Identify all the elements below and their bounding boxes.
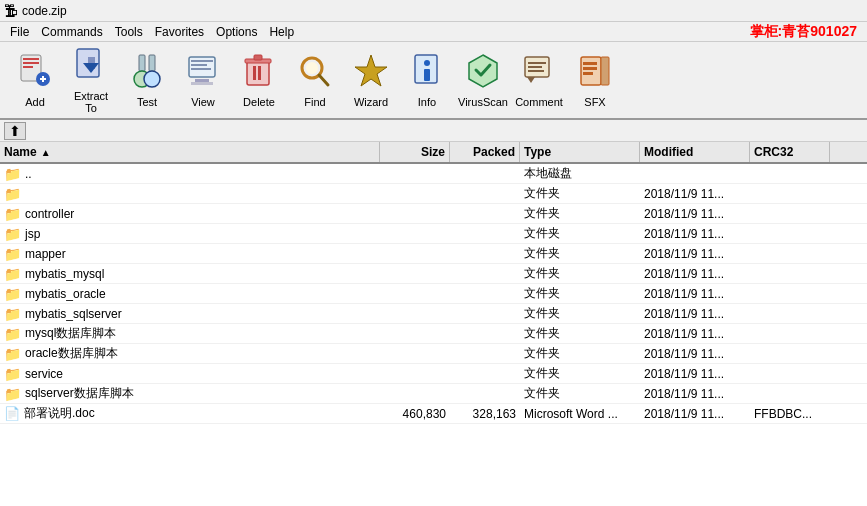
table-row[interactable]: 📄 部署说明.doc 460,830 328,163 Microsoft Wor… xyxy=(0,404,867,424)
wizard-button[interactable]: Wizard xyxy=(344,46,398,114)
delete-button[interactable]: Delete xyxy=(232,46,286,114)
svg-rect-42 xyxy=(583,72,593,75)
svg-rect-16 xyxy=(191,64,207,66)
view-button[interactable]: View xyxy=(176,46,230,114)
table-row[interactable]: 📁 mysql数据库脚本 文件夹 2018/11/9 11... xyxy=(0,324,867,344)
table-row[interactable]: 📁 sqlserver数据库脚本 文件夹 2018/11/9 11... xyxy=(0,384,867,404)
virusscan-icon xyxy=(467,53,499,94)
file-packed-cell xyxy=(450,264,520,283)
file-size-cell xyxy=(380,324,450,343)
table-row[interactable]: 📁 mybatis_oracle 文件夹 2018/11/9 11... xyxy=(0,284,867,304)
col-header-name[interactable]: Name ▲ xyxy=(0,142,380,162)
file-size-cell xyxy=(380,164,450,183)
table-row[interactable]: 📁 service 文件夹 2018/11/9 11... xyxy=(0,364,867,384)
svg-rect-17 xyxy=(191,68,211,70)
view-icon xyxy=(187,53,219,94)
test-button[interactable]: Test xyxy=(120,46,174,114)
menu-options[interactable]: Options xyxy=(210,24,263,40)
file-name: mapper xyxy=(25,247,66,261)
menu-file[interactable]: File xyxy=(4,24,35,40)
file-type-cell: 文件夹 xyxy=(520,264,640,283)
folder-icon: 📁 xyxy=(4,206,21,222)
folder-icon: 📁 xyxy=(4,266,21,282)
file-name-cell: 📁 mybatis_mysql xyxy=(0,264,380,283)
file-list[interactable]: Name ▲ Size Packed Type Modified CRC32 📁 xyxy=(0,142,867,506)
file-size-cell xyxy=(380,284,450,303)
menu-commands[interactable]: Commands xyxy=(35,24,108,40)
folder-icon: 📁 xyxy=(4,346,21,362)
file-size-cell xyxy=(380,304,450,323)
table-row[interactable]: 📁 mybatis_mysql 文件夹 2018/11/9 11... xyxy=(0,264,867,284)
file-name: 部署说明.doc xyxy=(24,405,95,422)
extract-label: Extract To xyxy=(67,90,115,114)
file-name: mysql数据库脚本 xyxy=(25,325,116,342)
table-row[interactable]: 📁 oracle数据库脚本 文件夹 2018/11/9 11... xyxy=(0,344,867,364)
file-name-cell: 📁 service xyxy=(0,364,380,383)
folder-icon: 📁 xyxy=(4,326,21,342)
file-crc-cell xyxy=(750,184,830,203)
file-name: sqlserver数据库脚本 xyxy=(25,385,134,402)
svg-rect-2 xyxy=(23,62,39,64)
folder-icon: 📁 xyxy=(4,226,21,242)
toolbar: Add Extract To Test xyxy=(0,42,867,120)
menu-favorites[interactable]: Favorites xyxy=(149,24,210,40)
doc-icon: 📄 xyxy=(4,406,20,421)
folder-icon: 📁 xyxy=(4,306,21,322)
file-name-cell: 📁 controller xyxy=(0,204,380,223)
sort-arrow: ▲ xyxy=(41,147,51,158)
folder-icon: 📁 xyxy=(4,166,21,182)
find-button[interactable]: Find xyxy=(288,46,342,114)
col-header-size[interactable]: Size xyxy=(380,142,450,162)
file-crc-cell xyxy=(750,344,830,363)
comment-label: Comment xyxy=(515,96,563,108)
add-button[interactable]: Add xyxy=(8,46,62,114)
file-size-cell xyxy=(380,384,450,403)
sfx-button[interactable]: SFX xyxy=(568,46,622,114)
table-row[interactable]: 📁 mybatis_sqlserver 文件夹 2018/11/9 11... xyxy=(0,304,867,324)
comment-button[interactable]: Comment xyxy=(512,46,566,114)
file-packed-cell xyxy=(450,344,520,363)
menu-help[interactable]: Help xyxy=(263,24,300,40)
file-packed-cell xyxy=(450,244,520,263)
file-crc-cell xyxy=(750,164,830,183)
file-type-cell: 文件夹 xyxy=(520,224,640,243)
svg-rect-15 xyxy=(191,60,213,62)
menu-bar: File Commands Tools Favorites Options He… xyxy=(0,22,867,42)
svg-rect-37 xyxy=(528,70,544,72)
file-crc-cell xyxy=(750,204,830,223)
file-modified-cell: 2018/11/9 11... xyxy=(640,264,750,283)
app-icon: 🗜 xyxy=(4,3,18,19)
nav-up-button[interactable]: ⬆ xyxy=(4,122,26,140)
virusscan-label: VirusScan xyxy=(458,96,508,108)
col-header-crc[interactable]: CRC32 xyxy=(750,142,830,162)
file-type-cell: 文件夹 xyxy=(520,324,640,343)
table-row[interactable]: 📁 .. 本地磁盘 xyxy=(0,164,867,184)
table-row[interactable]: 📁 jsp 文件夹 2018/11/9 11... xyxy=(0,224,867,244)
delete-icon xyxy=(243,53,275,94)
info-button[interactable]: Info xyxy=(400,46,454,114)
file-crc-cell xyxy=(750,244,830,263)
file-crc-cell xyxy=(750,284,830,303)
file-rows-container: 📁 .. 本地磁盘 📁 文件夹 2018/11/9 11... 📁 contro… xyxy=(0,164,867,424)
col-header-packed[interactable]: Packed xyxy=(450,142,520,162)
virusscan-button[interactable]: VirusScan xyxy=(456,46,510,114)
file-packed-cell xyxy=(450,284,520,303)
menu-tools[interactable]: Tools xyxy=(109,24,149,40)
table-row[interactable]: 📁 文件夹 2018/11/9 11... xyxy=(0,184,867,204)
file-name-cell: 📁 jsp xyxy=(0,224,380,243)
file-size-cell xyxy=(380,264,450,283)
svg-rect-6 xyxy=(42,76,44,82)
table-row[interactable]: 📁 mapper 文件夹 2018/11/9 11... xyxy=(0,244,867,264)
extract-button[interactable]: Extract To xyxy=(64,46,118,114)
file-size-cell xyxy=(380,204,450,223)
file-name: .. xyxy=(25,167,32,181)
file-packed-cell xyxy=(450,364,520,383)
file-name-cell: 📁 mybatis_oracle xyxy=(0,284,380,303)
svg-marker-28 xyxy=(355,55,387,86)
col-header-modified[interactable]: Modified xyxy=(640,142,750,162)
file-crc-cell xyxy=(750,364,830,383)
col-header-type[interactable]: Type xyxy=(520,142,640,162)
table-row[interactable]: 📁 controller 文件夹 2018/11/9 11... xyxy=(0,204,867,224)
svg-rect-41 xyxy=(583,67,597,70)
svg-rect-35 xyxy=(528,62,546,64)
